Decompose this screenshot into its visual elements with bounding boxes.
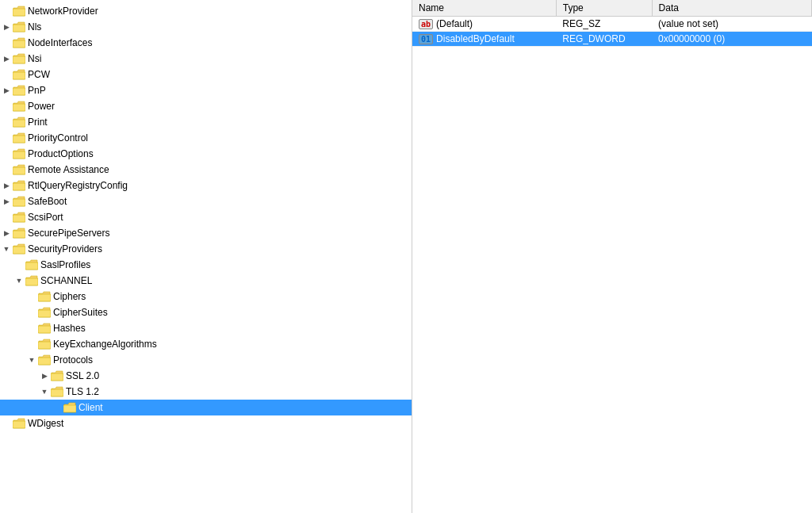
value-type-disabledbydefault: REG_DWORD	[556, 32, 652, 47]
expander-schannel[interactable]: ▼	[13, 273, 25, 289]
expander-nsi[interactable]: ▶	[0, 51, 13, 67]
values-table-body: ab(Default)REG_SZ(value not set)01Disabl…	[412, 17, 812, 47]
folder-icon-productoptions	[13, 148, 25, 159]
folder-icon-ssl20	[51, 370, 63, 381]
tree-item-label-rtlqueryregistryconfig: RtlQueryRegistryConfig	[28, 180, 128, 191]
tree-item-networkprovider[interactable]: NetworkProvider	[0, 3, 412, 19]
folder-icon-pcw	[13, 69, 25, 80]
folder-icon-schannel	[25, 275, 38, 286]
tree-item-prioritycontrol[interactable]: PriorityControl	[0, 130, 412, 146]
tree-item-nodeinterfaces[interactable]: NodeInterfaces	[0, 35, 412, 51]
tree-item-remoteassistance[interactable]: Remote Assistance	[0, 162, 412, 178]
folder-icon-print	[13, 117, 25, 128]
folder-icon-ciphersuites	[38, 307, 51, 318]
tree-item-label-saslprofiles: SaslProfiles	[40, 259, 90, 270]
reg-type-icon-default: ab	[419, 19, 433, 29]
tree-item-ciphers[interactable]: Ciphers	[0, 289, 412, 304]
tree-item-label-safeboot: SafeBoot	[28, 196, 67, 207]
tree-item-pcw[interactable]: PCW	[0, 67, 412, 82]
tree-item-securepipeservers[interactable]: ▶ SecurePipeServers	[0, 225, 412, 241]
tree-item-label-prioritycontrol: PriorityControl	[28, 132, 88, 144]
expander-securepipeservers[interactable]: ▶	[0, 225, 13, 241]
folder-icon-protocols	[38, 354, 51, 366]
tree-item-label-remoteassistance: Remote Assistance	[28, 164, 109, 175]
folder-icon-keyexchangealgorithms	[38, 339, 51, 350]
tree-item-rtlqueryregistryconfig[interactable]: ▶ RtlQueryRegistryConfig	[0, 178, 412, 193]
reg-type-icon-disabledbydefault: 01	[419, 34, 433, 44]
expander-protocols[interactable]: ▼	[25, 352, 38, 368]
tree-item-nls[interactable]: ▶ Nls	[0, 19, 412, 35]
folder-icon-client	[63, 402, 76, 413]
tree-item-label-nsi: Nsi	[28, 53, 41, 64]
folder-icon-networkprovider	[13, 6, 25, 17]
tree-item-nsi[interactable]: ▶ Nsi	[0, 51, 412, 67]
tree-item-label-scsiport: ScsiPort	[28, 212, 63, 223]
registry-tree[interactable]: NetworkProvider▶ Nls NodeInterfaces▶ Nsi…	[0, 0, 412, 513]
tree-item-safeboot[interactable]: ▶ SafeBoot	[0, 193, 412, 209]
tree-item-saslprofiles[interactable]: SaslProfiles	[0, 257, 412, 273]
folder-icon-power	[13, 101, 25, 112]
tree-item-hashes[interactable]: Hashes	[0, 320, 412, 336]
tree-item-ssl20[interactable]: ▶ SSL 2.0	[0, 368, 412, 384]
value-name-disabledbydefault: 01DisabledByDefault	[412, 32, 556, 47]
tree-item-ciphersuites[interactable]: CipherSuites	[0, 304, 412, 320]
table-row[interactable]: ab(Default)REG_SZ(value not set)	[412, 17, 812, 32]
expander-rtlqueryregistryconfig[interactable]: ▶	[0, 178, 13, 193]
tree-item-pnp[interactable]: ▶ PnP	[0, 82, 412, 98]
tree-item-wdigest[interactable]: WDigest	[0, 415, 412, 431]
tree-item-schannel[interactable]: ▼ SCHANNEL	[0, 273, 412, 289]
folder-icon-ciphers	[38, 291, 51, 302]
folder-icon-scsiport	[13, 212, 25, 223]
folder-icon-nsi	[13, 53, 25, 64]
tree-item-label-pnp: PnP	[28, 85, 46, 96]
tree-item-print[interactable]: Print	[0, 114, 412, 130]
tree-item-label-ciphersuites: CipherSuites	[53, 307, 108, 318]
value-type-default: REG_SZ	[556, 17, 652, 32]
column-header-name[interactable]: Name	[412, 0, 556, 17]
folder-icon-pnp	[13, 85, 25, 96]
tree-item-securityproviders[interactable]: ▼ SecurityProviders	[0, 241, 412, 257]
table-row[interactable]: 01DisabledByDefaultREG_DWORD0x00000000 (…	[412, 32, 812, 47]
folder-icon-safeboot	[13, 196, 25, 207]
tree-item-client[interactable]: Client	[0, 400, 412, 415]
folder-icon-remoteassistance	[13, 164, 25, 175]
expander-safeboot[interactable]: ▶	[0, 193, 13, 209]
tree-item-label-pcw: PCW	[28, 69, 50, 80]
tree-item-label-schannel: SCHANNEL	[40, 275, 92, 286]
tree-item-tls12[interactable]: ▼ TLS 1.2	[0, 384, 412, 400]
tree-item-scsiport[interactable]: ScsiPort	[0, 209, 412, 225]
value-name-default: ab(Default)	[412, 17, 556, 32]
column-header-data[interactable]: Data	[652, 0, 811, 17]
tree-item-label-print: Print	[28, 117, 48, 128]
folder-icon-saslprofiles	[25, 259, 38, 270]
tree-item-keyexchangealgorithms[interactable]: KeyExchangeAlgorithms	[0, 336, 412, 352]
folder-icon-prioritycontrol	[13, 132, 25, 144]
expander-tls12[interactable]: ▼	[38, 384, 51, 400]
tree-item-label-power: Power	[28, 101, 55, 112]
tree-item-label-securityproviders: SecurityProviders	[28, 243, 102, 255]
value-data-default: (value not set)	[652, 17, 811, 32]
folder-icon-tls12	[51, 386, 63, 397]
tree-item-label-ciphers: Ciphers	[53, 291, 86, 302]
registry-values-panel: NameTypeData ab(Default)REG_SZ(value not…	[412, 0, 812, 513]
expander-securityproviders[interactable]: ▼	[0, 241, 13, 257]
column-header-type[interactable]: Type	[556, 0, 652, 17]
tree-item-power[interactable]: Power	[0, 98, 412, 114]
tree-item-label-wdigest: WDigest	[28, 418, 63, 429]
values-table: NameTypeData ab(Default)REG_SZ(value not…	[412, 0, 812, 47]
folder-icon-wdigest	[13, 418, 25, 429]
tree-item-productoptions[interactable]: ProductOptions	[0, 146, 412, 162]
tree-item-protocols[interactable]: ▼ Protocols	[0, 352, 412, 368]
expander-ssl20[interactable]: ▶	[38, 368, 51, 384]
folder-icon-hashes	[38, 323, 51, 334]
tree-item-label-nls: Nls	[28, 21, 41, 33]
expander-nls[interactable]: ▶	[0, 19, 13, 35]
tree-item-label-protocols: Protocols	[53, 354, 93, 366]
tree-item-label-client: Client	[79, 402, 103, 413]
tree-item-label-keyexchangealgorithms: KeyExchangeAlgorithms	[53, 339, 157, 350]
tree-item-label-networkprovider: NetworkProvider	[28, 6, 98, 17]
expander-pnp[interactable]: ▶	[0, 82, 13, 98]
folder-icon-nodeinterfaces	[13, 37, 25, 48]
folder-icon-rtlqueryregistryconfig	[13, 180, 25, 191]
tree-item-label-ssl20: SSL 2.0	[66, 370, 99, 381]
